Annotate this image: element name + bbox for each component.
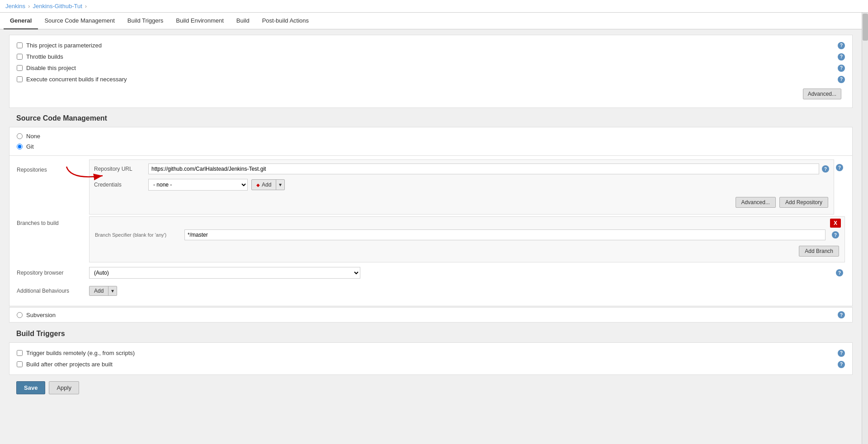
tab-scm[interactable]: Source Code Management <box>38 13 121 29</box>
branch-specifier-input[interactable] <box>184 229 826 240</box>
repositories-block: Repositories Repository URL ? <box>17 159 845 215</box>
trigger-remotely-row: Trigger builds remotely (e.g., from scri… <box>17 347 845 359</box>
repositories-inner: Repository URL ? Credentials <box>89 159 834 215</box>
trigger-remotely-help-icon[interactable]: ? <box>838 350 845 357</box>
add-credentials-button[interactable]: ◆ Add ▾ <box>251 179 285 190</box>
trigger-remotely-label: Trigger builds remotely (e.g., from scri… <box>26 350 135 356</box>
credentials-row: Credentials - none - ◆ Add <box>90 176 834 193</box>
add-behaviour-main[interactable]: Add <box>90 286 108 295</box>
disable-label: Disable this project <box>26 65 76 71</box>
save-button[interactable]: Save <box>16 381 45 394</box>
trigger-remotely-checkbox[interactable] <box>17 350 23 356</box>
repo-browser-select[interactable]: (Auto) <box>89 267 360 279</box>
credentials-label: Credentials <box>94 182 148 188</box>
tab-build-environment[interactable]: Build Environment <box>170 13 230 29</box>
repo-url-row: Repository URL ? <box>90 160 834 176</box>
add-behaviour-button[interactable]: Add ▾ <box>89 286 117 296</box>
throttle-label: Throttle builds <box>26 53 63 60</box>
branch-input-row: Branch Specifier (blank for 'any') ? <box>90 228 844 242</box>
repo-url-help-icon[interactable]: ? <box>822 165 829 173</box>
branches-label: Branches to build <box>17 216 89 226</box>
repos-help-col: ? <box>834 159 845 171</box>
parameterized-help-icon[interactable]: ? <box>838 42 845 49</box>
subversion-help-icon[interactable]: ? <box>838 311 845 318</box>
build-after-checkbox[interactable] <box>17 361 23 367</box>
repos-block: Repositories Repository URL ? <box>17 159 845 215</box>
repo-url-input[interactable] <box>148 164 819 174</box>
build-after-row: Build after other projects are built ? <box>17 359 845 370</box>
advanced-btn-row: Advanced... <box>17 85 845 101</box>
subversion-label: Subversion <box>26 312 56 318</box>
throttle-help-icon[interactable]: ? <box>838 53 845 61</box>
add-branch-actions: Add Branch <box>90 242 844 260</box>
breadcrumb-jenkins[interactable]: Jenkins <box>5 3 25 9</box>
content-area: This project is parameterized ? Throttle… <box>0 29 862 406</box>
tab-build[interactable]: Build <box>230 13 256 29</box>
none-radio[interactable] <box>17 133 23 139</box>
tabs-bar: General Source Code Management Build Tri… <box>0 13 862 29</box>
apply-button[interactable]: Apply <box>49 381 79 394</box>
subversion-radio[interactable] <box>17 312 23 318</box>
add-credentials-label: Add <box>262 182 271 188</box>
branch-specifier-help-icon[interactable]: ? <box>832 231 839 238</box>
concurrent-checkbox-row: Execute concurrent builds if necessary <box>17 74 838 85</box>
throttle-row: Throttle builds ? <box>17 51 845 62</box>
parameterized-checkbox[interactable] <box>17 42 23 48</box>
none-radio-row: None <box>17 131 845 141</box>
tab-build-triggers[interactable]: Build Triggers <box>121 13 170 29</box>
git-radio[interactable] <box>17 144 23 150</box>
git-label: Git <box>26 143 34 150</box>
browser-select-wrap: (Auto) <box>89 267 834 279</box>
concurrent-checkbox[interactable] <box>17 76 23 82</box>
behaviours-add: Add ▾ <box>89 286 117 296</box>
delete-wrap: X <box>90 217 844 228</box>
branches-block: Branches to build X Branch Specifier (bl… <box>17 216 845 262</box>
general-section: This project is parameterized ? Throttle… <box>9 35 853 108</box>
repo-browser-block: Repository browser (Auto) ? <box>17 264 845 281</box>
throttle-checkbox[interactable] <box>17 54 23 60</box>
scm-section: None Git <box>9 127 853 306</box>
branches-inner: X Branch Specifier (blank for 'any') ? <box>89 216 845 262</box>
parameterized-checkbox-row: This project is parameterized <box>17 40 838 51</box>
tab-general[interactable]: General <box>4 13 38 29</box>
add-credentials-arrow[interactable]: ▾ <box>276 180 284 190</box>
add-behaviour-arrow[interactable]: ▾ <box>108 286 117 295</box>
breadcrumb-sep1: › <box>28 3 30 9</box>
throttle-checkbox-row: Throttle builds <box>17 51 838 62</box>
repo-browser-help-icon[interactable]: ? <box>836 269 843 276</box>
disable-help-icon[interactable]: ? <box>838 65 845 72</box>
build-triggers-section: Trigger builds remotely (e.g., from scri… <box>9 342 853 375</box>
breadcrumb-project[interactable]: Jenkins-Github-Tut <box>33 3 82 9</box>
concurrent-label: Execute concurrent builds if necessary <box>26 76 127 83</box>
disable-checkbox[interactable] <box>17 65 23 71</box>
build-after-checkbox-row: Build after other projects are built <box>17 359 838 370</box>
general-advanced-button[interactable]: Advanced... <box>803 89 841 99</box>
repositories-label: Repositories <box>17 159 89 173</box>
branch-specifier-label: Branch Specifier (blank for 'any') <box>95 232 181 238</box>
disable-row: Disable this project ? <box>17 62 845 74</box>
advanced-repo-button[interactable]: Advanced... <box>736 197 776 208</box>
credentials-select[interactable]: - none - <box>148 179 248 191</box>
repositories-help-icon[interactable]: ? <box>836 164 843 171</box>
delete-branch-button[interactable]: X <box>830 219 841 228</box>
trigger-remotely-checkbox-row: Trigger builds remotely (e.g., from scri… <box>17 347 838 359</box>
tab-post-build[interactable]: Post-build Actions <box>256 13 315 29</box>
disable-checkbox-row: Disable this project <box>17 62 838 74</box>
scrollbar-thumb <box>863 14 868 41</box>
subversion-block: Subversion ? <box>9 307 853 322</box>
repo-actions: Advanced... Add Repository <box>90 193 834 211</box>
add-credentials-main[interactable]: ◆ Add <box>252 180 276 190</box>
scm-section-title: Source Code Management <box>9 108 853 127</box>
breadcrumb: Jenkins › Jenkins-Github-Tut › <box>0 0 868 13</box>
scrollbar-track[interactable] <box>862 13 868 444</box>
add-branch-button[interactable]: Add Branch <box>799 246 839 257</box>
scm-git-area: Repositories Repository URL ? <box>9 155 852 306</box>
none-label: None <box>26 133 40 140</box>
concurrent-row: Execute concurrent builds if necessary ? <box>17 74 845 85</box>
build-after-help-icon[interactable]: ? <box>838 361 845 368</box>
credentials-field: - none - ◆ Add ▾ <box>148 179 829 191</box>
parameterized-label: This project is parameterized <box>26 42 102 49</box>
build-after-label: Build after other projects are built <box>26 361 113 368</box>
add-repository-button[interactable]: Add Repository <box>779 197 828 208</box>
concurrent-help-icon[interactable]: ? <box>838 76 845 83</box>
